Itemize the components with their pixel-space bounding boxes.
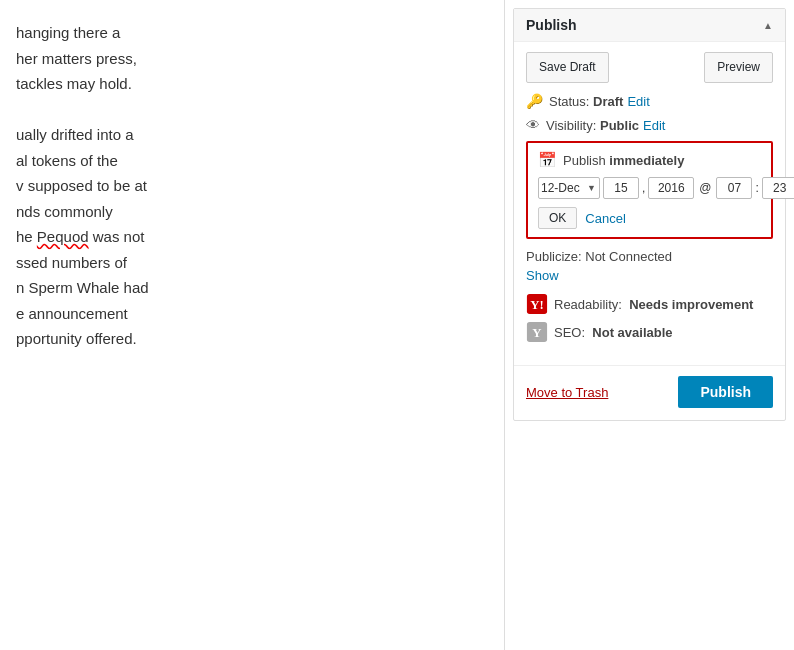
visibility-icon: 👁: [526, 117, 540, 133]
show-link[interactable]: Show: [526, 268, 773, 283]
panel-toggle-icon[interactable]: ▲: [763, 20, 773, 31]
content-line: n Sperm Whale had: [16, 275, 488, 301]
month-chevron-icon: ▼: [584, 183, 599, 193]
content-line: he Pequod was not: [16, 224, 488, 250]
panel-title: Publish: [526, 17, 577, 33]
panel-footer: Move to Trash Publish: [514, 365, 785, 420]
day-input[interactable]: [603, 177, 639, 199]
month-select-wrap[interactable]: 12-Dec 01-Jan 02-Feb 03-Mar 04-Apr 05-Ma…: [538, 177, 600, 199]
cancel-link[interactable]: Cancel: [585, 211, 625, 226]
svg-text:Y!: Y!: [530, 298, 544, 312]
content-line: ually drifted into a: [16, 122, 488, 148]
hour-input[interactable]: [716, 177, 752, 199]
content-line: tackles may hold.: [16, 71, 488, 97]
content-line: v supposed to be at: [16, 173, 488, 199]
yoast-readability-icon: Y!: [526, 293, 548, 315]
publish-button[interactable]: Publish: [678, 376, 773, 408]
content-line: e announcement: [16, 301, 488, 327]
status-label: Status:: [549, 94, 589, 109]
visibility-edit-link[interactable]: Edit: [643, 118, 665, 133]
preview-button[interactable]: Preview: [704, 52, 773, 83]
date-fields: 12-Dec 01-Jan 02-Feb 03-Mar 04-Apr 05-Ma…: [538, 177, 761, 199]
seo-row: Y SEO: Not available: [526, 321, 773, 343]
publish-label-prefix: Publish: [563, 153, 606, 168]
content-line: pportunity offered.: [16, 326, 488, 352]
spell-check-word: Pequod: [37, 228, 89, 245]
svg-text:Y: Y: [532, 326, 542, 340]
date-at: @: [699, 181, 711, 195]
visibility-row: 👁 Visibility: Public Edit: [526, 117, 773, 133]
date-picker-label: 📅 Publish immediately: [538, 151, 761, 169]
readability-value: Needs improvement: [629, 297, 753, 312]
status-row: 🔑 Status: Draft Edit: [526, 93, 773, 109]
content-line: al tokens of the: [16, 148, 488, 174]
publicize-label: Publicize: Not Connected: [526, 249, 672, 264]
status-value: Draft: [593, 94, 623, 109]
publish-panel: Publish ▲ Save Draft Preview 🔑 Status: D…: [513, 8, 786, 421]
panel-body: Save Draft Preview 🔑 Status: Draft Edit …: [514, 42, 785, 359]
action-row: Save Draft Preview: [526, 52, 773, 83]
minute-input[interactable]: [762, 177, 794, 199]
readability-row: Y! Readability: Needs improvement: [526, 293, 773, 315]
readability-label: Readability: Needs improvement: [554, 297, 753, 312]
publicize-row: Publicize: Not Connected: [526, 249, 773, 264]
content-line: her matters press,: [16, 46, 488, 72]
month-select[interactable]: 12-Dec 01-Jan 02-Feb 03-Mar 04-Apr 05-Ma…: [539, 178, 584, 198]
publish-label-value: immediately: [609, 153, 684, 168]
status-edit-link[interactable]: Edit: [627, 94, 649, 109]
date-actions: OK Cancel: [538, 207, 761, 229]
content-line: hanging there a: [16, 20, 488, 46]
year-input[interactable]: [648, 177, 694, 199]
date-picker-box: 📅 Publish immediately 12-Dec 01-Jan 02-F…: [526, 141, 773, 239]
status-icon: 🔑: [526, 93, 543, 109]
date-comma: ,: [642, 181, 645, 195]
content-editor: hanging there a her matters press, tackl…: [0, 0, 504, 650]
content-line: ssed numbers of: [16, 250, 488, 276]
content-line: nds commonly: [16, 199, 488, 225]
yoast-seo-icon: Y: [526, 321, 548, 343]
ok-button[interactable]: OK: [538, 207, 577, 229]
visibility-value: Public: [600, 118, 639, 133]
seo-value: Not available: [592, 325, 672, 340]
save-draft-button[interactable]: Save Draft: [526, 52, 609, 83]
sidebar: Publish ▲ Save Draft Preview 🔑 Status: D…: [504, 0, 794, 650]
panel-header: Publish ▲: [514, 9, 785, 42]
seo-label: SEO: Not available: [554, 325, 673, 340]
calendar-icon: 📅: [538, 151, 557, 169]
move-to-trash-button[interactable]: Move to Trash: [526, 385, 608, 400]
visibility-label: Visibility:: [546, 118, 596, 133]
date-colon: :: [755, 181, 758, 195]
